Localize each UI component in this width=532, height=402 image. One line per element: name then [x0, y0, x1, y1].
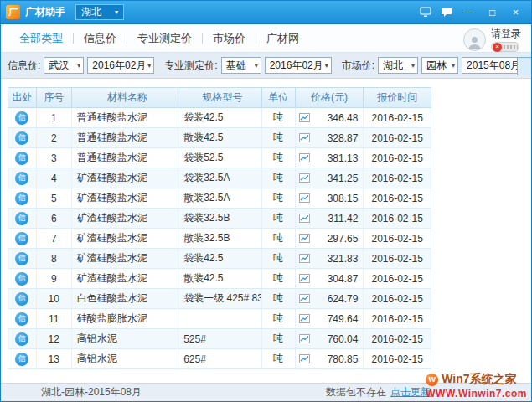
price-trend-chart-icon[interactable] [299, 354, 310, 363]
monitor-icon[interactable] [416, 5, 435, 20]
price-trend-chart-icon[interactable] [299, 234, 310, 243]
maximize-button[interactable]: □ [482, 4, 503, 20]
avatar-icon[interactable] [463, 28, 486, 51]
price-trend-chart-icon[interactable] [299, 334, 310, 343]
table-row[interactable]: 信5矿渣硅酸盐水泥散装32.5A吨308.152016-02-15 [8, 188, 431, 209]
price-cell: 760.04 [296, 329, 364, 348]
quote-date: 2016-02-15 [364, 329, 431, 348]
info-source-icon[interactable]: 信 [15, 232, 28, 245]
update-link[interactable]: 点击更新 [390, 385, 431, 399]
material-name: 普通硅酸盐水泥 [72, 108, 179, 127]
price-trend-chart-icon[interactable] [299, 214, 310, 223]
info-source-icon[interactable]: 信 [15, 332, 28, 346]
info-source-icon[interactable]: 信 [15, 152, 28, 165]
info-source-icon[interactable]: 信 [15, 172, 28, 185]
price-value: 760.04 [328, 333, 359, 345]
market-category-select[interactable]: 园林 ▾ [421, 57, 458, 74]
quote-date: 2016-02-15 [364, 289, 431, 308]
tab-professional-price[interactable]: 专业测定价 [127, 31, 202, 46]
price-trend-chart-icon[interactable] [299, 133, 310, 142]
source-cell: 信 [8, 249, 37, 268]
tab-market-price[interactable]: 市场价 [203, 31, 256, 46]
table-row[interactable]: 信13高铝水泥625#吨780.852016-02-15 [8, 349, 431, 369]
info-city-select[interactable]: 武汉 ▾ [44, 57, 84, 74]
app-window: 广 广材助手 湖北 ▾ — □ × 全部类型 信息价 专业测定价 市场价 广材网 [0, 0, 532, 402]
quote-date: 2016-02-15 [364, 209, 431, 228]
info-price-label: 信息价: [8, 59, 40, 73]
minimize-button[interactable]: — [458, 4, 479, 20]
table-row[interactable]: 信9矿渣硅酸盐水泥散装42.5吨304.872016-02-15 [8, 269, 431, 289]
row-number: 11 [37, 309, 72, 328]
price-cell: 297.65 [296, 229, 364, 248]
info-source-icon[interactable]: 信 [15, 292, 28, 306]
quote-date: 2016-02-15 [364, 349, 431, 368]
table-row[interactable]: 信6矿渣硅酸盐水泥袋装32.5B吨311.422016-02-15 [8, 209, 431, 229]
source-cell: 信 [8, 108, 37, 127]
login-link[interactable]: 请登录 [491, 27, 521, 41]
table-row[interactable]: 信2普通硅酸盐水泥散装42.5吨328.872016-02-15 [8, 128, 431, 148]
material-name: 矿渣硅酸盐水泥 [72, 188, 179, 208]
price-trend-chart-icon[interactable] [299, 274, 310, 283]
info-source-icon[interactable]: 信 [15, 131, 28, 145]
partial-control[interactable] [517, 57, 531, 75]
info-source-icon[interactable]: 信 [15, 192, 28, 205]
price-trend-chart-icon[interactable] [299, 153, 310, 162]
professional-base-select[interactable]: 基础 ▾ [221, 57, 261, 74]
spec-model: 525# [178, 329, 262, 348]
offline-status-toggle[interactable]: × [491, 42, 519, 52]
price-value: 346.48 [328, 112, 359, 124]
quote-date: 2016-02-15 [364, 229, 431, 248]
market-month-value: 2015年08月 [467, 59, 519, 73]
row-number: 8 [37, 249, 72, 268]
table-row[interactable]: 信10白色硅酸盐水泥袋装一级 425# 83°吨624.792016-02-15 [8, 289, 431, 309]
info-source-icon[interactable]: 信 [15, 272, 28, 286]
price-trend-chart-icon[interactable] [299, 254, 310, 263]
info-source-icon[interactable]: 信 [15, 312, 28, 326]
table-row[interactable]: 信12高铝水泥525#吨760.042016-02-15 [8, 329, 431, 349]
close-button[interactable]: × [505, 4, 526, 20]
tab-info-price[interactable]: 信息价 [74, 31, 127, 46]
info-month-select[interactable]: 2016年02月 ▾ [87, 57, 154, 74]
professional-month-select[interactable]: 2016年02月 ▾ [265, 57, 332, 74]
info-source-icon[interactable]: 信 [15, 353, 28, 366]
tab-gc-web[interactable]: 广材网 [256, 31, 309, 46]
title-bar[interactable]: 广 广材助手 湖北 ▾ — □ × [1, 1, 531, 24]
price-trend-chart-icon[interactable] [299, 113, 310, 122]
price-trend-chart-icon[interactable] [299, 294, 310, 303]
spec-model: 袋装52.5 [178, 148, 262, 168]
price-cell: 346.48 [296, 108, 364, 127]
info-source-icon[interactable]: 信 [15, 252, 28, 265]
price-trend-chart-icon[interactable] [299, 314, 310, 323]
region-dropdown[interactable]: 湖北 ▾ [75, 4, 124, 20]
row-number: 2 [37, 128, 72, 147]
table-row[interactable]: 信4矿渣硅酸盐水泥袋装32.5A吨341.252016-02-15 [8, 168, 431, 188]
row-number: 1 [37, 108, 72, 127]
price-cell: 321.83 [296, 249, 364, 268]
unit: 吨 [262, 168, 296, 188]
table-row[interactable]: 信3普通硅酸盐水泥袋装52.5吨381.132016-02-15 [8, 148, 431, 168]
tab-all-types[interactable]: 全部类型 [9, 31, 73, 46]
spec-model: 散装42.5 [178, 128, 262, 147]
material-name: 普通硅酸盐水泥 [72, 128, 179, 147]
price-trend-chart-icon[interactable] [299, 193, 310, 203]
row-number: 3 [37, 148, 72, 168]
price-value: 341.25 [328, 173, 359, 184]
table-row[interactable]: 信8矿渣硅酸盐水泥袋装42.5吨321.832016-02-15 [8, 249, 431, 269]
chevron-down-icon: ▾ [411, 62, 415, 70]
unit: 吨 [262, 329, 296, 348]
table-row[interactable]: 信11硅酸盐膨胀水泥吨749.642016-02-15 [8, 309, 431, 329]
table-row[interactable]: 信7矿渣硅酸盐水泥散装32.5B吨297.652016-02-15 [8, 229, 431, 249]
row-number: 6 [37, 209, 72, 228]
material-name: 矿渣硅酸盐水泥 [72, 168, 179, 188]
market-province-select[interactable]: 湖北 ▾ [378, 57, 418, 74]
source-cell: 信 [8, 269, 37, 288]
material-name: 矿渣硅酸盐水泥 [72, 229, 179, 248]
price-value: 308.15 [328, 193, 359, 204]
info-source-icon[interactable]: 信 [15, 212, 28, 225]
price-trend-chart-icon[interactable] [299, 173, 310, 183]
region-value: 湖北 [81, 5, 101, 19]
chat-icon[interactable] [437, 5, 456, 20]
table-row[interactable]: 信1普通硅酸盐水泥袋装42.5吨346.482016-02-15 [8, 108, 431, 128]
login-area[interactable]: 请登录 × [463, 27, 521, 52]
info-source-icon[interactable]: 信 [15, 111, 28, 125]
